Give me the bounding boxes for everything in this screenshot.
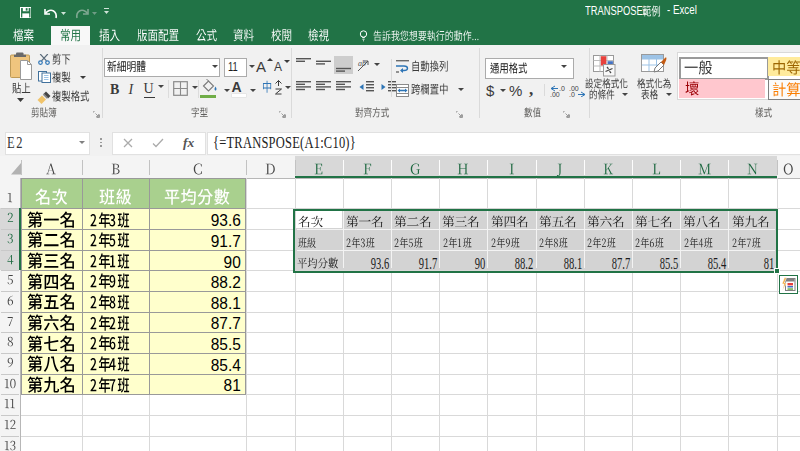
svg-text:.0: .0 [559,85,565,92]
svg-text:.00: .00 [550,91,560,97]
svg-text:.0: .0 [569,91,575,97]
svg-text:ab: ab [358,59,366,68]
